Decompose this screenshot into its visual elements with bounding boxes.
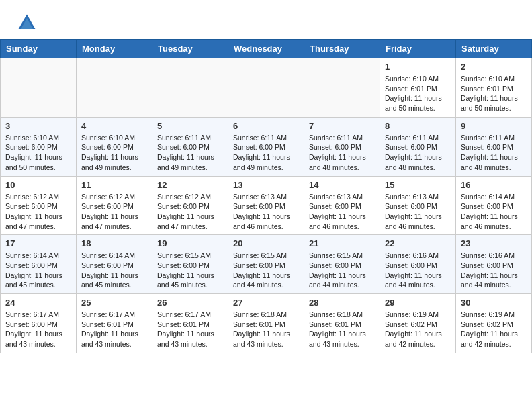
logo: [16, 12, 40, 34]
calendar-cell: [304, 58, 380, 118]
day-number: 17: [5, 238, 71, 248]
day-info: Sunrise: 6:11 AM Sunset: 6:00 PM Dayligh…: [157, 133, 223, 173]
weekday-header-wednesday: Wednesday: [228, 40, 304, 58]
calendar-cell: 1Sunrise: 6:10 AM Sunset: 6:01 PM Daylig…: [380, 58, 456, 118]
day-number: 14: [309, 180, 375, 190]
day-info: Sunrise: 6:16 AM Sunset: 6:00 PM Dayligh…: [385, 250, 451, 290]
day-info: Sunrise: 6:11 AM Sunset: 6:00 PM Dayligh…: [309, 133, 375, 173]
weekday-header-friday: Friday: [380, 40, 456, 58]
day-number: 19: [157, 238, 223, 248]
calendar-cell: [152, 58, 228, 118]
day-number: 12: [157, 180, 223, 190]
calendar-cell: 9Sunrise: 6:11 AM Sunset: 6:00 PM Daylig…: [456, 117, 532, 176]
day-info: Sunrise: 6:19 AM Sunset: 6:02 PM Dayligh…: [461, 310, 527, 349]
day-info: Sunrise: 6:12 AM Sunset: 6:00 PM Dayligh…: [81, 192, 147, 232]
calendar-cell: 23Sunrise: 6:16 AM Sunset: 6:00 PM Dayli…: [456, 235, 532, 294]
calendar-cell: 29Sunrise: 6:19 AM Sunset: 6:02 PM Dayli…: [380, 294, 456, 353]
day-number: 13: [233, 180, 299, 190]
calendar-cell: 26Sunrise: 6:17 AM Sunset: 6:01 PM Dayli…: [152, 294, 228, 353]
day-number: 7: [309, 121, 375, 131]
calendar-cell: 14Sunrise: 6:13 AM Sunset: 6:00 PM Dayli…: [304, 176, 380, 235]
calendar-cell: [228, 58, 304, 118]
day-number: 20: [233, 238, 299, 248]
day-info: Sunrise: 6:11 AM Sunset: 6:00 PM Dayligh…: [233, 133, 299, 173]
calendar-cell: 17Sunrise: 6:14 AM Sunset: 6:00 PM Dayli…: [1, 235, 77, 294]
day-info: Sunrise: 6:10 AM Sunset: 6:00 PM Dayligh…: [81, 133, 147, 173]
day-info: Sunrise: 6:10 AM Sunset: 6:00 PM Dayligh…: [5, 133, 71, 173]
calendar-cell: 6Sunrise: 6:11 AM Sunset: 6:00 PM Daylig…: [228, 117, 304, 176]
day-number: 15: [385, 180, 451, 190]
header: [0, 0, 532, 39]
calendar-week-row: 24Sunrise: 6:17 AM Sunset: 6:00 PM Dayli…: [1, 294, 532, 353]
day-number: 16: [461, 180, 527, 190]
day-number: 1: [385, 62, 451, 72]
calendar-cell: 12Sunrise: 6:12 AM Sunset: 6:00 PM Dayli…: [152, 176, 228, 235]
calendar-cell: 20Sunrise: 6:15 AM Sunset: 6:00 PM Dayli…: [228, 235, 304, 294]
calendar-cell: 18Sunrise: 6:14 AM Sunset: 6:00 PM Dayli…: [77, 235, 152, 294]
calendar-cell: 5Sunrise: 6:11 AM Sunset: 6:00 PM Daylig…: [152, 117, 228, 176]
day-number: 28: [309, 298, 375, 308]
calendar-week-row: 10Sunrise: 6:12 AM Sunset: 6:00 PM Dayli…: [1, 176, 532, 235]
calendar-cell: 28Sunrise: 6:18 AM Sunset: 6:01 PM Dayli…: [304, 294, 380, 353]
day-info: Sunrise: 6:13 AM Sunset: 6:00 PM Dayligh…: [309, 192, 375, 232]
calendar-cell: 21Sunrise: 6:15 AM Sunset: 6:00 PM Dayli…: [304, 235, 380, 294]
calendar-cell: 4Sunrise: 6:10 AM Sunset: 6:00 PM Daylig…: [77, 117, 152, 176]
day-info: Sunrise: 6:17 AM Sunset: 6:01 PM Dayligh…: [81, 310, 147, 349]
day-info: Sunrise: 6:15 AM Sunset: 6:00 PM Dayligh…: [309, 250, 375, 290]
weekday-header-tuesday: Tuesday: [152, 40, 228, 58]
calendar-cell: 19Sunrise: 6:15 AM Sunset: 6:00 PM Dayli…: [152, 235, 228, 294]
calendar-cell: 11Sunrise: 6:12 AM Sunset: 6:00 PM Dayli…: [77, 176, 152, 235]
day-info: Sunrise: 6:17 AM Sunset: 6:00 PM Dayligh…: [5, 310, 71, 349]
day-number: 10: [5, 180, 71, 190]
day-number: 11: [81, 180, 147, 190]
weekday-header-monday: Monday: [77, 40, 152, 58]
day-info: Sunrise: 6:18 AM Sunset: 6:01 PM Dayligh…: [309, 310, 375, 349]
day-number: 5: [157, 121, 223, 131]
day-number: 24: [5, 298, 71, 308]
weekday-header-thursday: Thursday: [304, 40, 380, 58]
calendar-week-row: 1Sunrise: 6:10 AM Sunset: 6:01 PM Daylig…: [1, 58, 532, 118]
day-number: 4: [81, 121, 147, 131]
calendar-cell: 25Sunrise: 6:17 AM Sunset: 6:01 PM Dayli…: [77, 294, 152, 353]
day-info: Sunrise: 6:13 AM Sunset: 6:00 PM Dayligh…: [385, 192, 451, 232]
day-info: Sunrise: 6:19 AM Sunset: 6:02 PM Dayligh…: [385, 310, 451, 349]
calendar-cell: [1, 58, 77, 118]
day-number: 18: [81, 238, 147, 248]
calendar-cell: 7Sunrise: 6:11 AM Sunset: 6:00 PM Daylig…: [304, 117, 380, 176]
page: SundayMondayTuesdayWednesdayThursdayFrid…: [0, 0, 532, 353]
day-info: Sunrise: 6:15 AM Sunset: 6:00 PM Dayligh…: [233, 250, 299, 290]
weekday-header-saturday: Saturday: [456, 40, 532, 58]
day-number: 9: [461, 121, 527, 131]
calendar-cell: 30Sunrise: 6:19 AM Sunset: 6:02 PM Dayli…: [456, 294, 532, 353]
day-info: Sunrise: 6:17 AM Sunset: 6:01 PM Dayligh…: [157, 310, 223, 349]
day-number: 21: [309, 238, 375, 248]
day-number: 22: [385, 238, 451, 248]
day-info: Sunrise: 6:14 AM Sunset: 6:00 PM Dayligh…: [461, 192, 527, 232]
calendar-cell: 3Sunrise: 6:10 AM Sunset: 6:00 PM Daylig…: [1, 117, 77, 176]
logo-icon: [16, 12, 38, 34]
day-info: Sunrise: 6:12 AM Sunset: 6:00 PM Dayligh…: [5, 192, 71, 232]
day-number: 27: [233, 298, 299, 308]
day-info: Sunrise: 6:12 AM Sunset: 6:00 PM Dayligh…: [157, 192, 223, 232]
calendar-cell: 24Sunrise: 6:17 AM Sunset: 6:00 PM Dayli…: [1, 294, 77, 353]
calendar-cell: 2Sunrise: 6:10 AM Sunset: 6:01 PM Daylig…: [456, 58, 532, 118]
calendar-week-row: 3Sunrise: 6:10 AM Sunset: 6:00 PM Daylig…: [1, 117, 532, 176]
day-number: 23: [461, 238, 527, 248]
day-number: 3: [5, 121, 71, 131]
day-number: 29: [385, 298, 451, 308]
weekday-header-sunday: Sunday: [1, 40, 77, 58]
day-info: Sunrise: 6:10 AM Sunset: 6:01 PM Dayligh…: [385, 74, 451, 113]
day-info: Sunrise: 6:13 AM Sunset: 6:00 PM Dayligh…: [233, 192, 299, 232]
day-info: Sunrise: 6:11 AM Sunset: 6:00 PM Dayligh…: [461, 133, 527, 173]
day-info: Sunrise: 6:11 AM Sunset: 6:00 PM Dayligh…: [385, 133, 451, 173]
day-info: Sunrise: 6:14 AM Sunset: 6:00 PM Dayligh…: [5, 250, 71, 290]
calendar-cell: 8Sunrise: 6:11 AM Sunset: 6:00 PM Daylig…: [380, 117, 456, 176]
day-number: 8: [385, 121, 451, 131]
calendar-cell: 13Sunrise: 6:13 AM Sunset: 6:00 PM Dayli…: [228, 176, 304, 235]
day-number: 2: [461, 62, 527, 72]
calendar-cell: 10Sunrise: 6:12 AM Sunset: 6:00 PM Dayli…: [1, 176, 77, 235]
calendar-cell: 27Sunrise: 6:18 AM Sunset: 6:01 PM Dayli…: [228, 294, 304, 353]
calendar-cell: 16Sunrise: 6:14 AM Sunset: 6:00 PM Dayli…: [456, 176, 532, 235]
calendar-cell: 22Sunrise: 6:16 AM Sunset: 6:00 PM Dayli…: [380, 235, 456, 294]
day-number: 26: [157, 298, 223, 308]
